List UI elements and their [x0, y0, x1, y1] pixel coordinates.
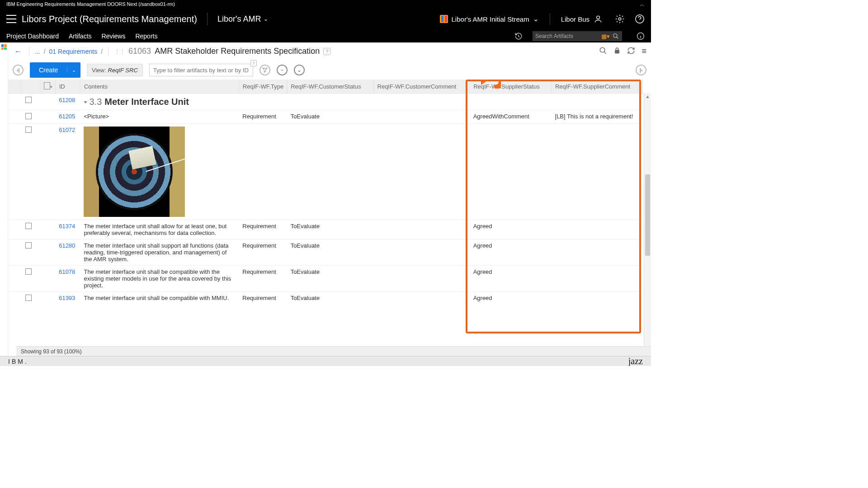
chevron-down-icon[interactable]: ⌄	[67, 67, 80, 73]
dashboard-icon[interactable]	[1, 44, 7, 50]
artifact-filter-icon[interactable]: ▦▾	[601, 32, 609, 40]
stream-label: Libor's AMR Initial Stream	[452, 15, 529, 23]
help-icon[interactable]	[635, 14, 645, 24]
artifact-link[interactable]: 61078	[59, 268, 75, 275]
col-customer-status[interactable]: ReqIF-WF.CustomerStatus	[287, 80, 373, 94]
more-menu-icon[interactable]: ≡	[642, 47, 646, 56]
table-row[interactable]: 61208 3.3Meter Interface Unit	[8, 94, 643, 110]
gear-icon[interactable]	[615, 14, 625, 24]
section-number: 3.3	[89, 97, 102, 107]
collapse-sidebar-button[interactable]: |‹	[636, 65, 646, 75]
global-search[interactable]: ▦▾	[533, 31, 622, 41]
project-name[interactable]: Libors Project (Requirements Management)	[22, 14, 197, 24]
search-icon[interactable]	[612, 32, 619, 40]
artifact-link[interactable]: 61374	[59, 223, 75, 230]
expand-button[interactable]: ⌄	[294, 65, 305, 75]
menu-icon[interactable]	[6, 15, 16, 23]
stream-dropdown[interactable]: Libor's AMR Initial Stream ⌄	[440, 15, 539, 23]
scroll-thumb[interactable]	[645, 174, 650, 256]
svg-rect-6	[615, 50, 619, 53]
document-icon[interactable]	[44, 82, 50, 89]
nav-item-reports[interactable]: Reports	[135, 33, 157, 40]
user-name: Libor Bus	[561, 15, 590, 23]
table-row[interactable]: 61280 The meter interface unit shall sup…	[8, 239, 643, 266]
divider	[207, 13, 208, 25]
row-checkbox[interactable]	[25, 223, 32, 229]
cell-customer-status: ToEvaluate	[287, 292, 373, 305]
vertical-scrollbar[interactable]: ▲ ▼	[644, 93, 651, 356]
collapse-button[interactable]: −	[277, 65, 288, 75]
cell-supplier-status: AgreedWithComment	[470, 110, 552, 124]
artifact-id: 61063	[128, 47, 151, 56]
create-button[interactable]: Create ⌄	[30, 62, 80, 78]
artifact-link[interactable]: 61205	[59, 113, 75, 120]
row-checkbox[interactable]	[25, 242, 32, 249]
view-selector[interactable]: View: ReqIF SRC	[87, 64, 143, 76]
cell-image	[80, 124, 239, 220]
row-checkbox[interactable]	[25, 127, 32, 133]
drag-handle-icon[interactable]: ⋮⋮	[114, 48, 125, 55]
search-input[interactable]	[535, 33, 599, 39]
chevron-collapse-icon[interactable]: ︽	[640, 0, 645, 8]
artifact-link[interactable]: 61280	[59, 242, 75, 249]
hint-icon[interactable]: ?	[323, 48, 330, 55]
cell-type: Requirement	[239, 292, 287, 305]
create-label: Create	[30, 66, 67, 74]
row-checkbox[interactable]	[25, 113, 32, 119]
component-dropdown[interactable]: Libor's AMR ⌄	[217, 14, 268, 24]
nav-item-artifacts[interactable]: Artifacts	[69, 33, 92, 40]
table-row[interactable]: 61072	[8, 124, 643, 220]
cell-contents: <Picture>	[80, 110, 239, 124]
cell-contents: The meter interface unit shall be compat…	[80, 266, 239, 292]
col-supplier-comment[interactable]: ReqIF-WF.SupplierComment	[551, 80, 642, 94]
cell-contents: The meter interface unit shall be compat…	[80, 292, 239, 305]
cell-supplier-comment: [LB] This is not a requirement!	[551, 110, 642, 124]
back-button[interactable]: ←	[13, 47, 24, 56]
scroll-up-icon[interactable]: ▲	[644, 93, 651, 99]
row-checkbox[interactable]	[25, 268, 32, 275]
cell-type: Requirement	[239, 220, 287, 239]
row-checkbox[interactable]	[25, 295, 32, 301]
table-row[interactable]: 61205 <Picture> Requirement ToEvaluate A…	[8, 110, 643, 124]
cell-supplier-status: Agreed	[470, 292, 552, 305]
search-icon[interactable]	[599, 47, 607, 56]
user-icon	[593, 14, 603, 24]
svg-point-0	[597, 16, 600, 19]
artifact-title: AMR Stakeholder Requirements Specificati…	[155, 47, 320, 56]
chevron-down-icon: ⌄	[533, 15, 539, 23]
nav-item-dashboard[interactable]: Project Dashboard	[6, 33, 59, 40]
cell-type: Requirement	[239, 239, 287, 266]
heading-title: Meter Interface Unit	[104, 97, 189, 107]
view-name: ReqIF SRC	[108, 67, 138, 74]
clear-filter-button[interactable]	[259, 65, 270, 75]
artifact-link[interactable]: 61208	[59, 97, 75, 103]
col-type[interactable]: ReqIF-WF.Type	[239, 80, 287, 94]
col-customer-comment[interactable]: ReqIF-WF.CustomerComment	[373, 80, 470, 94]
artifact-table-area: ID Contents ReqIF-WF.Type ReqIF-WF.Custo…	[8, 80, 651, 356]
breadcrumb-dots[interactable]: ...	[35, 48, 40, 55]
col-id[interactable]: ID	[55, 80, 80, 94]
artifact-link[interactable]: 61393	[59, 295, 75, 301]
nav-item-reviews[interactable]: Reviews	[102, 33, 126, 40]
product-title: IBM Engineering Requirements Management …	[6, 0, 175, 8]
left-rail[interactable]	[0, 42, 8, 356]
artifact-link[interactable]: 61072	[59, 127, 75, 133]
col-contents[interactable]: Contents	[80, 80, 239, 94]
user-menu[interactable]: Libor Bus	[561, 14, 603, 24]
col-supplier-status[interactable]: ReqIF-WF.SupplierStatus	[470, 80, 552, 94]
table-row[interactable]: 61078 The meter interface unit shall be …	[8, 266, 643, 292]
refresh-icon[interactable]	[627, 47, 635, 56]
filter-input[interactable]	[149, 64, 253, 76]
row-checkbox[interactable]	[25, 97, 32, 103]
ibm-logo: IBM.	[8, 358, 28, 365]
breadcrumb-folder[interactable]: 01 Requirements	[49, 48, 98, 55]
table-row[interactable]: 61393 The meter interface unit shall be …	[8, 292, 643, 305]
cell-customer-status: ToEvaluate	[287, 110, 373, 124]
info-icon[interactable]	[637, 32, 645, 40]
table-row[interactable]: 61374 The meter interface unit shall all…	[8, 220, 643, 239]
lock-icon[interactable]	[613, 47, 621, 56]
history-icon[interactable]	[514, 32, 523, 40]
hint-icon[interactable]: ?	[250, 60, 257, 66]
expand-sidebar-button[interactable]: ›|	[13, 65, 24, 75]
artifact-table: ID Contents ReqIF-WF.Type ReqIF-WF.Custo…	[8, 80, 643, 305]
